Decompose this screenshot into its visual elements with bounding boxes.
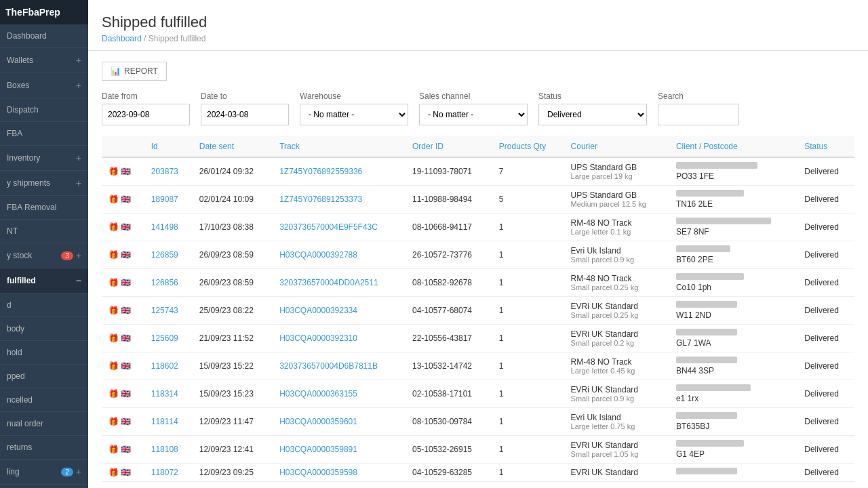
gift-icon: 🎁 <box>108 389 119 399</box>
row-id[interactable]: 203873 <box>144 157 193 186</box>
track-link[interactable]: H03CQA0000392334 <box>279 306 357 315</box>
row-id[interactable]: 118108 <box>144 436 193 464</box>
row-id[interactable]: 126859 <box>144 241 193 269</box>
row-track[interactable]: H03CQA0000363155 <box>273 380 406 408</box>
sidebar-item-referrals[interactable]: referrals <box>0 485 88 488</box>
id-link[interactable]: 118602 <box>151 361 178 371</box>
sidebar-item-pped[interactable]: pped <box>0 365 88 388</box>
row-track[interactable]: H03CQA0000392788 <box>273 241 406 269</box>
row-status: Delivered <box>797 380 854 408</box>
sidebar-item-dashboard[interactable]: Dashboard <box>0 24 88 48</box>
row-id[interactable]: 141498 <box>144 214 193 241</box>
track-link[interactable]: 1Z745Y076892559336 <box>279 167 362 176</box>
col-header-order-id[interactable]: Order ID <box>406 136 492 157</box>
sidebar-item-d[interactable]: d <box>0 293 88 317</box>
table-body: 🎁🇬🇧20387326/01/24 09:321Z745Y07689255933… <box>102 157 854 482</box>
sidebar-item-fulfilled[interactable]: fulfilled − <box>0 268 88 293</box>
row-track[interactable]: 3203736570004E9F5F43C <box>273 214 406 241</box>
row-track[interactable]: H03CQA0000392310 <box>273 325 406 352</box>
row-order-id: 19-11093-78071 <box>406 157 492 186</box>
id-link[interactable]: 141498 <box>151 222 178 232</box>
courier-name: EVRi UK Standard <box>571 302 663 311</box>
sidebar-item-hold[interactable]: hold <box>0 341 88 365</box>
sidebar-item-inventory[interactable]: Inventory + <box>0 146 88 171</box>
status-select[interactable]: Delivered <box>538 104 647 125</box>
col-header-date-sent[interactable]: Date sent <box>193 136 273 157</box>
sidebar-item-y-shipments[interactable]: y shipments + <box>0 171 88 196</box>
row-id[interactable]: 126856 <box>144 269 193 297</box>
search-input[interactable] <box>658 104 739 125</box>
id-link[interactable]: 118108 <box>151 445 178 454</box>
sidebar-item-nual-order[interactable]: nual order <box>0 412 88 436</box>
row-id[interactable]: 118072 <box>144 464 193 482</box>
row-id[interactable]: 125743 <box>144 297 193 325</box>
id-link[interactable]: 126859 <box>151 250 178 260</box>
courier-size: Large letter 0.1 kg <box>571 228 663 236</box>
col-header-status[interactable]: Status <box>797 136 854 157</box>
id-link[interactable]: 118114 <box>151 417 178 426</box>
postcode: W11 2ND <box>676 310 791 320</box>
sidebar-item-ncelled[interactable]: ncelled <box>0 388 88 412</box>
id-link[interactable]: 126856 <box>151 278 178 287</box>
col-header-icons <box>102 136 144 157</box>
breadcrumb-home-link[interactable]: Dashboard <box>102 34 142 43</box>
sidebar-item-fba-removal[interactable]: FBA Removal <box>0 196 88 220</box>
sidebar-item-fba[interactable]: FBA <box>0 122 88 146</box>
track-link[interactable]: H03CQA0000359601 <box>279 417 357 426</box>
row-id[interactable]: 118114 <box>144 408 193 436</box>
report-button[interactable]: 📊 REPORT <box>102 62 167 81</box>
track-link[interactable]: 3203736570004E9F5F43C <box>279 222 378 232</box>
id-link[interactable]: 118072 <box>151 468 178 477</box>
sales-channel-select[interactable]: - No matter - <box>419 104 528 125</box>
sidebar-item-label: Boxes <box>7 81 29 90</box>
track-link[interactable]: 3203736570004DD0A2511 <box>279 278 378 287</box>
row-icons: 🎁🇬🇧 <box>102 352 144 380</box>
row-track[interactable]: H03CQA0000392334 <box>273 297 406 325</box>
col-header-courier[interactable]: Courier <box>564 136 669 157</box>
track-link[interactable]: H03CQA0000392788 <box>279 250 357 260</box>
row-track[interactable]: 3203736570004D6B7811B <box>273 352 406 380</box>
row-track[interactable]: 1Z745Y076892559336 <box>273 157 406 186</box>
sidebar-item-boxes[interactable]: Boxes + <box>0 73 88 98</box>
row-date-sent: 15/09/23 15:22 <box>193 352 273 380</box>
courier-name: RM-48 NO Track <box>571 357 663 367</box>
row-track[interactable]: 1Z745Y076891253373 <box>273 186 406 214</box>
row-track[interactable]: 3203736570004DD0A2511 <box>273 269 406 297</box>
track-link[interactable]: 3203736570004D6B7811B <box>279 361 378 371</box>
id-link[interactable]: 189087 <box>151 195 178 204</box>
id-link[interactable]: 118314 <box>151 389 178 399</box>
sidebar-item-dispatch[interactable]: Dispatch <box>0 98 88 122</box>
col-header-track[interactable]: Track <box>273 136 406 157</box>
row-track[interactable]: H03CQA0000359891 <box>273 436 406 464</box>
row-id[interactable]: 189087 <box>144 186 193 214</box>
sidebar-item-returns[interactable]: returns <box>0 436 88 460</box>
date-to-input[interactable] <box>201 104 289 125</box>
row-id[interactable]: 118314 <box>144 380 193 408</box>
id-link[interactable]: 203873 <box>151 167 178 176</box>
warehouse-select[interactable]: - No matter - <box>300 104 408 125</box>
track-link[interactable]: 1Z745Y076891253373 <box>279 195 362 204</box>
col-header-id[interactable]: Id <box>144 136 193 157</box>
id-link[interactable]: 125609 <box>151 333 178 343</box>
sidebar-item-label: Wallets <box>7 56 33 65</box>
sidebar-item-y-stock[interactable]: y stock 3 + <box>0 243 88 268</box>
row-id[interactable]: 118602 <box>144 352 193 380</box>
expand-icon: + <box>76 466 81 477</box>
col-header-products-qty[interactable]: Products Qty <box>492 136 564 157</box>
sidebar-item-body[interactable]: body <box>0 317 88 341</box>
track-link[interactable]: H03CQA0000363155 <box>279 389 357 399</box>
sidebar-item-ling[interactable]: ling 2 + <box>0 460 88 485</box>
sidebar-item-nt[interactable]: NT <box>0 220 88 243</box>
track-link[interactable]: H03CQA0000359891 <box>279 445 357 454</box>
row-track[interactable]: H03CQA0000359601 <box>273 408 406 436</box>
id-link[interactable]: 125743 <box>151 306 178 315</box>
track-link[interactable]: H03CQA0000359598 <box>279 468 357 477</box>
courier-size: Large parcel 19 kg <box>571 172 663 180</box>
track-link[interactable]: H03CQA0000392310 <box>279 333 357 343</box>
date-from-input[interactable] <box>102 104 190 125</box>
sidebar-item-label: y stock <box>7 251 32 260</box>
row-id[interactable]: 125609 <box>144 325 193 352</box>
row-track[interactable]: H03CQA0000359598 <box>273 464 406 482</box>
col-header-client-postcode[interactable]: Client / Postcode <box>669 136 797 157</box>
sidebar-item-wallets[interactable]: Wallets + <box>0 48 88 73</box>
